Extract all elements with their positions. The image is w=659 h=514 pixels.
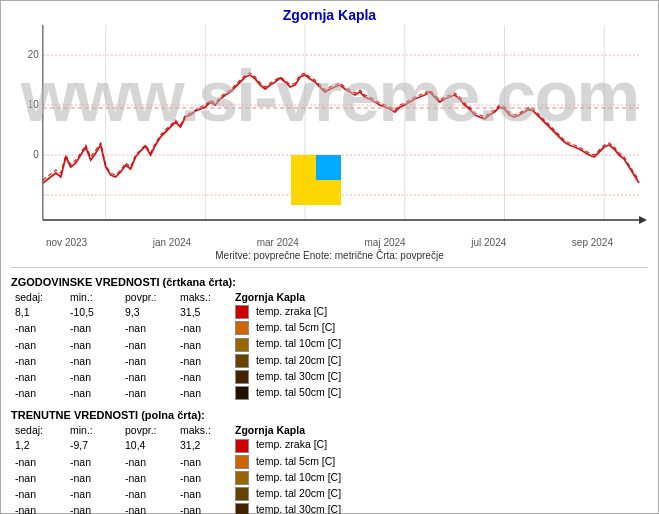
c-povpr-1: -nan	[121, 454, 176, 470]
col-legend-h: Zgornja Kapla	[231, 290, 648, 304]
h-legend-1: temp. tal 5cm [C]	[231, 320, 648, 336]
x-label-nov2023: nov 2023	[46, 237, 87, 248]
h-povpr-5: -nan	[121, 385, 176, 401]
h-sedaj-5: -nan	[11, 385, 66, 401]
svg-text:0: 0	[33, 149, 39, 160]
current-row-2: -nan -nan -nan -nan temp. tal 10cm [C]	[11, 470, 648, 486]
h-min-4: -nan	[66, 369, 121, 385]
h-povpr-1: -nan	[121, 320, 176, 336]
h-povpr-2: -nan	[121, 336, 176, 352]
c-sedaj-1: -nan	[11, 454, 66, 470]
svg-rect-20	[316, 155, 341, 180]
c-povpr-3: -nan	[121, 486, 176, 502]
x-label-mar2024: mar 2024	[257, 237, 299, 248]
h-min-0: -10,5	[66, 304, 121, 320]
c-legend-0: temp. zraka [C]	[231, 437, 648, 453]
c-maks-3: -nan	[176, 486, 231, 502]
current-row-0: 1,2 -9,7 10,4 31,2 temp. zraka [C]	[11, 437, 648, 453]
c-maks-2: -nan	[176, 470, 231, 486]
col-povpr-h: povpr.:	[121, 290, 176, 304]
chart-container: Zgornja Kapla 20 10 0	[0, 0, 659, 514]
historical-row-5: -nan -nan -nan -nan temp. tal 50cm [C]	[11, 385, 648, 401]
c-min-0: -9,7	[66, 437, 121, 453]
logo	[291, 155, 341, 205]
c-maks-4: -nan	[176, 502, 231, 514]
col-povpr-c: povpr.:	[121, 423, 176, 437]
col-min-h: min.:	[66, 290, 121, 304]
historical-title: ZGODOVINSKE VREDNOSTI (črtkana črta):	[11, 276, 648, 288]
col-min-c: min.:	[66, 423, 121, 437]
h-sedaj-1: -nan	[11, 320, 66, 336]
svg-rect-21	[316, 180, 341, 205]
h-legend-4: temp. tal 30cm [C]	[231, 369, 648, 385]
c-povpr-0: 10,4	[121, 437, 176, 453]
c-legend-3: temp. tal 20cm [C]	[231, 486, 648, 502]
current-title: TRENUTNE VREDNOSTI (polna črta):	[11, 409, 648, 421]
current-header-row: sedaj: min.: povpr.: maks.: Zgornja Kapl…	[11, 423, 648, 437]
col-sedaj-h: sedaj:	[11, 290, 66, 304]
c-min-2: -nan	[66, 470, 121, 486]
x-label-jul2024: jul 2024	[471, 237, 506, 248]
col-legend-c: Zgornja Kapla	[231, 423, 648, 437]
historical-row-3: -nan -nan -nan -nan temp. tal 20cm [C]	[11, 353, 648, 369]
h-sedaj-3: -nan	[11, 353, 66, 369]
h-povpr-0: 9,3	[121, 304, 176, 320]
current-section: TRENUTNE VREDNOSTI (polna črta): sedaj: …	[1, 405, 658, 514]
c-legend-1: temp. tal 5cm [C]	[231, 454, 648, 470]
current-row-4: -nan -nan -nan -nan temp. tal 30cm [C]	[11, 502, 648, 514]
meta-info: Meritve: povprečne Enote: metrične Črta:…	[1, 248, 658, 263]
c-maks-1: -nan	[176, 454, 231, 470]
divider1	[11, 267, 648, 268]
current-row-1: -nan -nan -nan -nan temp. tal 5cm [C]	[11, 454, 648, 470]
c-legend-4: temp. tal 30cm [C]	[231, 502, 648, 514]
h-sedaj-4: -nan	[11, 369, 66, 385]
h-legend-0: temp. zraka [C]	[231, 304, 648, 320]
h-legend-3: temp. tal 20cm [C]	[231, 353, 648, 369]
c-sedaj-4: -nan	[11, 502, 66, 514]
c-min-4: -nan	[66, 502, 121, 514]
c-min-3: -nan	[66, 486, 121, 502]
svg-text:10: 10	[28, 99, 40, 110]
h-maks-4: -nan	[176, 369, 231, 385]
h-legend-5: temp. tal 50cm [C]	[231, 385, 648, 401]
x-axis-labels: nov 2023 jan 2024 mar 2024 maj 2024 jul …	[1, 235, 658, 248]
h-min-2: -nan	[66, 336, 121, 352]
historical-section: ZGODOVINSKE VREDNOSTI (črtkana črta): se…	[1, 272, 658, 401]
current-table: sedaj: min.: povpr.: maks.: Zgornja Kapl…	[11, 423, 648, 514]
h-maks-1: -nan	[176, 320, 231, 336]
historical-row-1: -nan -nan -nan -nan temp. tal 5cm [C]	[11, 320, 648, 336]
svg-rect-19	[291, 155, 316, 205]
historical-table: sedaj: min.: povpr.: maks.: Zgornja Kapl…	[11, 290, 648, 401]
c-sedaj-3: -nan	[11, 486, 66, 502]
c-povpr-2: -nan	[121, 470, 176, 486]
c-sedaj-2: -nan	[11, 470, 66, 486]
h-min-3: -nan	[66, 353, 121, 369]
current-row-3: -nan -nan -nan -nan temp. tal 20cm [C]	[11, 486, 648, 502]
c-sedaj-0: 1,2	[11, 437, 66, 453]
h-sedaj-2: -nan	[11, 336, 66, 352]
x-label-maj2024: maj 2024	[365, 237, 406, 248]
h-povpr-3: -nan	[121, 353, 176, 369]
c-legend-2: temp. tal 10cm [C]	[231, 470, 648, 486]
historical-row-2: -nan -nan -nan -nan temp. tal 10cm [C]	[11, 336, 648, 352]
col-maks-c: maks.:	[176, 423, 231, 437]
h-povpr-4: -nan	[121, 369, 176, 385]
h-maks-3: -nan	[176, 353, 231, 369]
h-min-1: -nan	[66, 320, 121, 336]
historical-header-row: sedaj: min.: povpr.: maks.: Zgornja Kapl…	[11, 290, 648, 304]
h-maks-5: -nan	[176, 385, 231, 401]
col-sedaj-c: sedaj:	[11, 423, 66, 437]
h-maks-2: -nan	[176, 336, 231, 352]
h-min-5: -nan	[66, 385, 121, 401]
c-povpr-4: -nan	[121, 502, 176, 514]
h-maks-0: 31,5	[176, 304, 231, 320]
historical-row-4: -nan -nan -nan -nan temp. tal 30cm [C]	[11, 369, 648, 385]
historical-row-0: 8,1 -10,5 9,3 31,5 temp. zraka [C]	[11, 304, 648, 320]
h-sedaj-0: 8,1	[11, 304, 66, 320]
x-label-sep2024: sep 2024	[572, 237, 613, 248]
x-label-jan2024: jan 2024	[153, 237, 191, 248]
c-min-1: -nan	[66, 454, 121, 470]
svg-text:20: 20	[28, 49, 40, 60]
chart-area: 20 10 0 www.si-vreme.com	[1, 25, 658, 235]
h-legend-2: temp. tal 10cm [C]	[231, 336, 648, 352]
